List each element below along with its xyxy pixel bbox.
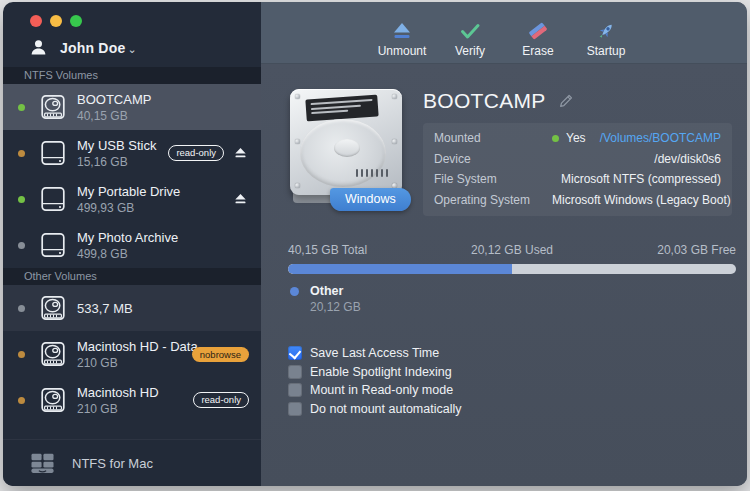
read-only-badge: read-only	[193, 392, 249, 408]
volume-name: My Photo Archive	[77, 230, 178, 245]
volume-size: 533,7 MB	[77, 302, 133, 316]
edit-pencil-icon[interactable]	[558, 93, 574, 109]
rocket-icon	[595, 20, 617, 42]
info-row-mounted: Mounted Yes /Volumes/BOOTCAMP	[434, 128, 721, 149]
used-label: 20,12 GB Used	[437, 243, 586, 257]
verify-button[interactable]: Verify	[444, 20, 496, 58]
external-drive-icon	[39, 185, 67, 213]
toolbar: Unmount Verify Erase	[261, 2, 747, 64]
volume-size: 210 GB	[77, 356, 198, 370]
operating-system-value: Microsoft Windows (Legacy Boot)	[552, 193, 731, 207]
volume-name: Macintosh HD	[77, 385, 159, 400]
verify-check-icon	[459, 20, 481, 42]
hard-drive-image: Windows	[288, 87, 406, 209]
startup-button[interactable]: Startup	[580, 20, 632, 58]
section-header-ntfs-volumes: NTFS Volumes	[3, 67, 261, 84]
disk-stack-icon	[30, 452, 55, 474]
internal-drive-icon	[39, 386, 67, 414]
volume-size: 15,16 GB	[77, 155, 156, 169]
volume-row-macintosh-hd-data[interactable]: Macintosh HD - Data 210 GB nobrowse	[3, 331, 261, 377]
volume-title: BOOTCAMP	[423, 89, 546, 113]
volume-name: BOOTCAMP	[77, 92, 151, 107]
zoom-button[interactable]	[70, 15, 82, 27]
mounted-status-dot	[552, 135, 559, 142]
status-dot	[18, 242, 25, 249]
external-drive-icon	[39, 139, 67, 167]
unmount-eject-icon	[391, 20, 413, 42]
volume-detail-view: Windows BOOTCAMP Mounted	[261, 64, 747, 486]
user-account-menu[interactable]: John Doe ⌄	[3, 34, 261, 67]
user-name: John Doe	[60, 40, 125, 56]
volume-size: 40,15 GB	[77, 109, 151, 123]
status-dot	[18, 305, 25, 312]
titlebar-traffic-lights	[3, 2, 261, 34]
volume-row-portable-drive[interactable]: My Portable Drive 499,93 GB	[3, 176, 261, 222]
volume-info-panel: Mounted Yes /Volumes/BOOTCAMP Device /de…	[423, 123, 732, 216]
eject-icon[interactable]	[234, 193, 247, 205]
volume-row-macintosh-hd[interactable]: Macintosh HD 210 GB read-only	[3, 377, 261, 423]
sidebar: John Doe ⌄ NTFS Volumes BOOTCAMP 40,15 G…	[3, 2, 261, 486]
internal-drive-icon	[39, 93, 67, 121]
chevron-down-icon: ⌄	[127, 43, 136, 56]
option-save-last-access-time[interactable]: Save Last Access Time	[288, 344, 737, 363]
mount-options: Save Last Access Time Enable Spotlight I…	[288, 344, 737, 418]
info-row-operating-system: Operating System Microsoft Windows (Lega…	[434, 190, 721, 211]
volume-name: My USB Stick	[77, 138, 156, 153]
ntfs-for-mac-button[interactable]: NTFS for Mac	[3, 439, 261, 486]
checkbox[interactable]	[288, 346, 302, 360]
user-icon	[29, 38, 48, 57]
device-value: /dev/disk0s6	[654, 152, 721, 166]
volume-size: 210 GB	[77, 402, 159, 416]
internal-drive-icon	[39, 340, 67, 368]
checkbox[interactable]	[288, 365, 302, 379]
status-dot	[18, 196, 25, 203]
option-mount-read-only[interactable]: Mount in Read-only mode	[288, 381, 737, 400]
usage-section: 40,15 GB Total 20,12 GB Used 20,03 GB Fr…	[288, 243, 737, 315]
status-dot	[18, 104, 25, 111]
windows-os-badge: Windows	[330, 188, 411, 211]
footer-label: NTFS for Mac	[72, 456, 153, 471]
mounted-value: Yes	[566, 131, 586, 145]
usage-legend: Other 20,12 GB	[288, 284, 736, 315]
legend-dot	[290, 287, 299, 296]
legend-name: Other	[310, 284, 361, 299]
volume-size: 499,93 GB	[77, 201, 180, 215]
nobrowse-badge: nobrowse	[192, 347, 249, 362]
legend-size: 20,12 GB	[310, 300, 361, 315]
volume-name: My Portable Drive	[77, 184, 180, 199]
section-header-other-volumes: Other Volumes	[3, 268, 261, 285]
checkbox[interactable]	[288, 383, 302, 397]
info-row-file-system: File System Microsoft NTFS (compressed)	[434, 169, 721, 190]
app-window: John Doe ⌄ NTFS Volumes BOOTCAMP 40,15 G…	[3, 2, 747, 486]
status-dot	[18, 397, 25, 404]
minimize-button[interactable]	[50, 15, 62, 27]
option-do-not-mount-automatically[interactable]: Do not mount automatically	[288, 400, 737, 419]
usage-bar-fill	[288, 264, 512, 274]
file-system-value: Microsoft NTFS (compressed)	[561, 172, 721, 186]
status-dot	[18, 351, 25, 358]
internal-drive-icon	[39, 294, 67, 322]
volume-row-bootcamp[interactable]: BOOTCAMP 40,15 GB	[3, 84, 261, 130]
volume-list: BOOTCAMP 40,15 GB My USB Stick 15,16 GB …	[3, 84, 261, 439]
checkbox[interactable]	[288, 402, 302, 416]
erase-button[interactable]: Erase	[512, 20, 564, 58]
close-button[interactable]	[30, 15, 42, 27]
read-only-badge: read-only	[168, 145, 224, 161]
volume-name: Macintosh HD - Data	[77, 339, 198, 354]
info-row-device: Device /dev/disk0s6	[434, 149, 721, 170]
external-drive-icon	[39, 231, 67, 259]
volume-row-usb-stick[interactable]: My USB Stick 15,16 GB read-only	[3, 130, 261, 176]
volume-row-photo-archive[interactable]: My Photo Archive 499,8 GB	[3, 222, 261, 268]
unmount-button[interactable]: Unmount	[376, 20, 428, 58]
status-dot	[18, 150, 25, 157]
usage-bar	[288, 264, 736, 274]
option-enable-spotlight-indexing[interactable]: Enable Spotlight Indexing	[288, 363, 737, 382]
volume-row-unnamed[interactable]: 533,7 MB	[3, 285, 261, 331]
free-label: 20,03 GB Free	[587, 243, 736, 257]
volume-size: 499,8 GB	[77, 247, 178, 261]
drive-label-sticker	[305, 95, 378, 122]
main-panel: Unmount Verify Erase	[261, 2, 747, 486]
eject-icon[interactable]	[234, 147, 247, 159]
mount-point-link[interactable]: /Volumes/BOOTCAMP	[600, 131, 721, 145]
total-label: 40,15 GB Total	[288, 243, 437, 257]
